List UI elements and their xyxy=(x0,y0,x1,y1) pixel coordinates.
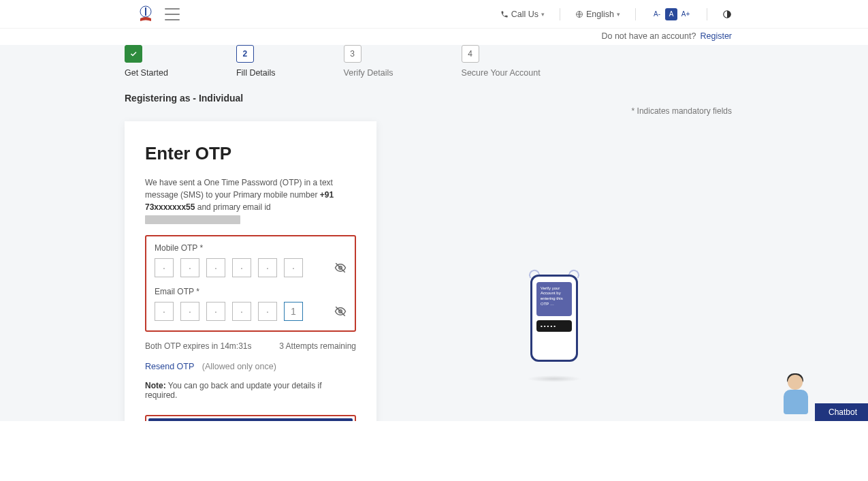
mandatory-fields-note: * Indicates mandatory fields xyxy=(125,106,732,121)
mobile-otp-group: Mobile OTP * xyxy=(155,243,347,277)
contrast-icon xyxy=(722,10,732,19)
eye-off-icon xyxy=(334,305,347,317)
call-us-label: Call Us xyxy=(511,10,539,19)
phone-shadow xyxy=(527,375,581,382)
step-3: 3 Verify Details xyxy=(344,45,393,78)
site-logo xyxy=(136,5,155,24)
font-size-controls: A- A A+ xyxy=(651,8,692,20)
email-otp-1[interactable] xyxy=(155,302,174,321)
mobile-otp-3[interactable] xyxy=(206,258,225,277)
language-label: English xyxy=(586,10,614,19)
step-2-label: Fill Details xyxy=(236,68,276,78)
hamburger-menu-icon[interactable] xyxy=(165,8,180,20)
svg-rect-1 xyxy=(145,7,146,16)
progress-stepper: Get Started 2 Fill Details 3 Verify Deta… xyxy=(125,45,732,78)
separator xyxy=(560,8,560,20)
mobile-otp-2[interactable] xyxy=(180,258,199,277)
font-increase-button[interactable]: A+ xyxy=(679,8,692,20)
otp-highlight-box: Mobile OTP * xyxy=(145,235,356,332)
mobile-otp-1[interactable] xyxy=(155,258,174,277)
step-4-box: 4 xyxy=(462,45,479,63)
chatbot-avatar xyxy=(778,373,815,421)
mobile-otp-5[interactable] xyxy=(258,258,277,277)
step-4: 4 Secure Your Account xyxy=(462,45,541,78)
registering-as-heading: Registering as - Individual xyxy=(125,78,732,106)
chatbot-label[interactable]: Chatbot xyxy=(815,403,868,421)
language-dropdown[interactable]: English ▾ xyxy=(575,10,620,19)
otp-description: We have sent a One Time Password (OTP) i… xyxy=(145,176,356,226)
check-icon xyxy=(129,50,138,58)
font-default-button[interactable]: A xyxy=(665,8,677,20)
step-3-label: Verify Details xyxy=(344,68,393,78)
mobile-otp-visibility-toggle[interactable] xyxy=(334,262,347,274)
email-otp-label: Email OTP * xyxy=(155,287,347,296)
phone-message: Verify your Account by entering this OTP… xyxy=(536,282,572,316)
font-decrease-button[interactable]: A- xyxy=(651,8,663,20)
separator xyxy=(635,8,636,20)
email-otp-4[interactable] xyxy=(232,302,251,321)
chatbot-widget[interactable]: Chatbot xyxy=(778,373,868,421)
note-text: Note: You can go back and update your de… xyxy=(145,381,356,400)
email-otp-visibility-toggle[interactable] xyxy=(334,305,347,317)
phone-otp-bubble: ••••• xyxy=(536,320,572,332)
email-otp-group: Email OTP * xyxy=(155,287,347,321)
phone-graphic: Verify your Account by entering this OTP… xyxy=(530,275,578,362)
mobile-otp-label: Mobile OTP * xyxy=(155,243,347,253)
eye-off-icon xyxy=(334,262,347,274)
step-2-box: 2 xyxy=(236,45,254,63)
otp-attempts-text: 3 Attempts remaining xyxy=(279,341,356,351)
step-2: 2 Fill Details xyxy=(236,45,276,78)
step-1-box xyxy=(125,45,142,63)
call-us-dropdown[interactable]: Call Us ▾ xyxy=(500,10,545,19)
resend-otp-link[interactable]: Resend OTP xyxy=(145,362,194,371)
masked-email xyxy=(145,215,240,224)
step-4-label: Secure Your Account xyxy=(462,68,541,78)
step-1: Get Started xyxy=(125,45,168,78)
separator xyxy=(707,8,707,20)
chevron-down-icon: ▾ xyxy=(541,11,545,18)
mobile-otp-4[interactable] xyxy=(232,258,251,277)
card-title: Enter OTP xyxy=(145,143,356,164)
register-link[interactable]: Register xyxy=(700,31,732,41)
phone-icon xyxy=(500,10,509,18)
mobile-otp-6[interactable] xyxy=(284,258,303,277)
email-otp-3[interactable] xyxy=(206,302,225,321)
otp-expiry-text: Both OTP expires in 14m:31s xyxy=(145,341,252,351)
step-1-label: Get Started xyxy=(125,68,168,78)
chevron-down-icon: ▾ xyxy=(617,11,620,18)
contrast-toggle[interactable] xyxy=(722,10,732,19)
email-otp-6[interactable] xyxy=(284,302,303,321)
no-account-text: Do not have an account? xyxy=(601,31,696,41)
resend-hint: (Allowed only once) xyxy=(202,362,276,371)
globe-icon xyxy=(575,10,583,18)
step-3-box: 3 xyxy=(344,45,361,63)
email-otp-5[interactable] xyxy=(258,302,277,321)
email-otp-2[interactable] xyxy=(180,302,199,321)
